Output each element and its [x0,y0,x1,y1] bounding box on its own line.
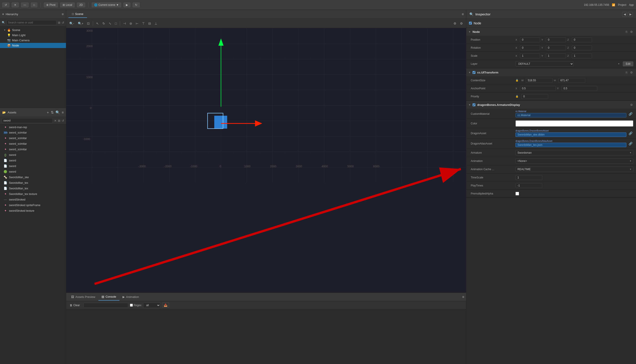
premultiplied-checkbox[interactable] [515,192,519,196]
local-btn[interactable]: ⊞ Local [60,2,75,7]
inspector-forward-btn[interactable]: ▶ [628,12,633,17]
material-link-btn[interactable]: 🔗 [628,112,633,116]
tree-item-main-camera[interactable]: 📷 Main Camera [0,38,66,43]
pos-z-input[interactable] [572,37,592,42]
regex-checkbox[interactable] [130,304,133,306]
zoom-fit-btn[interactable]: ⊡ [86,21,91,26]
minimize-btn[interactable]: — [21,2,29,7]
log-search-input[interactable] [83,303,128,308]
animation-cache-select[interactable]: REALTIME SHARED_CACHE PRIVATE_CACHE [515,166,633,172]
asset-item-14[interactable]: ✦ swordStroked spriteFrame [0,202,66,208]
node-name-input[interactable] [474,22,513,25]
assets-expand[interactable]: ⊞ [58,119,60,122]
align-right[interactable]: ⊢ [134,21,140,26]
layer-edit-btn[interactable]: Edit [623,62,633,66]
asset-item-6[interactable]: 📄 sword [0,158,66,163]
assets-refresh[interactable]: ↺ [62,119,64,122]
node-component-header[interactable]: ▼ Node ⎘ ⚙ [466,28,636,36]
asset-item-8[interactable]: 🟢 sword [0,169,66,174]
scale-tool[interactable]: ⤡ [107,21,113,26]
pos-y-input[interactable] [546,37,566,42]
project-link[interactable]: Project [618,3,626,6]
clear-btn[interactable]: 🗑 Clear [68,303,82,308]
uitransform-header[interactable]: ▼ cc.UITransform ⎘ ⚙ [466,68,636,76]
uitransform-settings-btn[interactable]: ⚙ [629,70,634,74]
dragonbones-settings-btn[interactable]: ⚙ [629,103,634,107]
hierarchy-menu-btn[interactable]: ≡ [62,12,64,16]
asset-item-9[interactable]: 🦴 SwordsMan_ske [0,174,66,180]
width-input[interactable] [526,78,553,83]
dragonbones-header[interactable]: ▼ dragonBones.ArmatureDisplay ⚙ [466,101,636,109]
close-btn[interactable]: ✕ [12,2,19,7]
inspector-back-btn[interactable]: ◀ [622,12,627,17]
2d-btn[interactable]: 2D [77,2,85,7]
dragon-asset-ref-box[interactable]: SwordsMan_ske.dbbin [515,132,626,137]
asset-item-15[interactable]: ✦ swordStroked texture [0,208,66,214]
asset-item-0[interactable]: ✦ sword-man-rep [0,124,66,130]
node-copy-btn[interactable]: ⎘ [625,30,628,34]
play-btn[interactable]: ▶ [123,2,130,7]
tree-item-main-light[interactable]: 💡 Main Light [0,32,66,38]
ap-x-input[interactable] [520,86,556,91]
uitransform-enabled[interactable] [473,71,475,74]
rot-x-input[interactable] [520,45,540,50]
dragon-atlas-link-btn[interactable]: 🔗 [628,141,633,146]
assets-sort-btn[interactable]: ⇅ [51,110,54,114]
rot-y-input[interactable] [546,45,566,50]
ap-y-input[interactable] [561,86,597,91]
scale-z-input[interactable] [572,53,592,58]
align-left[interactable]: ⊣ [122,21,127,26]
assets-menu-btn[interactable]: + [47,110,49,114]
rot-z-input[interactable] [572,45,592,50]
node-settings-btn[interactable]: ⚙ [629,30,634,34]
align-center-h[interactable]: ⊜ [128,21,133,26]
pivot-btn[interactable]: ⊕ Pivot [44,2,58,7]
timescale-input[interactable] [515,175,542,180]
align-top[interactable]: ⊤ [141,21,146,26]
expand-btn[interactable]: ⊞ [58,21,60,24]
color-picker[interactable] [515,120,633,126]
node-active-checkbox[interactable] [469,22,472,24]
tab-scene[interactable]: □ Scene [68,10,87,18]
asset-item-3[interactable]: ✦ sword_scimitar [0,141,66,146]
align-center-v[interactable]: ⊟ [147,21,152,26]
playtimes-input[interactable] [515,183,542,188]
bottom-menu-btn[interactable]: ≡ [462,295,464,299]
scale-x-input[interactable] [520,53,540,58]
rect-tool[interactable]: □ [114,21,118,26]
asset-item-10[interactable]: 📄 SwordsMan_tex [0,180,66,186]
gizmo-btn[interactable]: ⚙ [452,21,458,26]
priority-input[interactable] [521,94,548,99]
scene-viewport[interactable]: 3000 2000 1000 0 -1000 -3000 -2000 -1000… [66,28,466,292]
scene-menu-btn[interactable]: ≡ [462,12,464,16]
tab-assets-preview[interactable]: 🖼 Assets Preview [68,294,98,300]
app-link[interactable]: App [629,3,634,6]
animation-select[interactable]: <None> [515,158,633,164]
layer-select[interactable]: DEFAULT [515,61,574,66]
assets-search-btn[interactable]: 🔍 [56,110,60,114]
move-tool[interactable]: ↖ [95,21,100,26]
tree-item-node[interactable]: 📦 Node [0,43,66,48]
asset-item-7[interactable]: 📄 sword [0,163,66,169]
uitransform-copy-btn[interactable]: ⎘ [625,70,628,74]
armature-select[interactable]: Swordsman [515,150,633,156]
align-bottom[interactable]: ⊥ [153,21,158,26]
settings-btn[interactable]: ⚙ [459,21,464,26]
assets-more-btn[interactable]: ≡ [62,110,64,114]
assets-search-input[interactable] [2,118,53,123]
dragon-atlas-ref-box[interactable]: SwordsMan_tex.json [515,143,626,147]
asset-item-13[interactable]: — swordStroked [0,197,66,202]
asset-item-12[interactable]: ✦ SwordsMan_tex texture [0,191,66,197]
asset-item-2[interactable]: ✦ sword_scimitar [0,135,66,141]
zoom-in-btn[interactable]: 🔍+ [77,21,85,26]
tab-console[interactable]: ▤ Console [98,293,119,300]
height-input[interactable] [558,78,585,83]
asset-item-1[interactable]: BIN sword_scimitar [0,130,66,135]
asset-item-5[interactable]: {} sword [0,152,66,158]
material-ref-box[interactable]: cc.Material [515,113,626,118]
dragonbones-enabled[interactable] [473,104,475,106]
assets-clear-search[interactable]: ✕ [54,119,57,122]
asset-item-11[interactable]: 📄 SwordsMan_tex [0,186,66,191]
log-export-btn[interactable]: 📤 [162,302,169,308]
dragon-asset-link-btn[interactable]: 🔗 [628,131,633,136]
